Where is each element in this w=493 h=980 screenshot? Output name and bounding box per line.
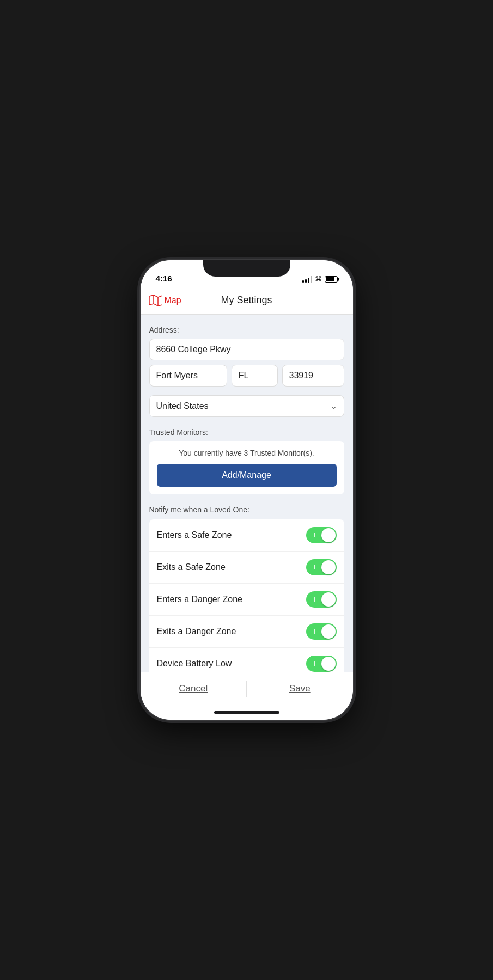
nav-header: Map My Settings: [141, 286, 353, 315]
signal-bars-icon: [302, 276, 312, 283]
chevron-down-icon: ⌄: [331, 402, 337, 411]
toggle-row-exits-safe-zone: Exits a Safe Zone: [149, 552, 344, 584]
toggle-row-enters-safe-zone: Enters a Safe Zone: [149, 519, 344, 552]
toggle-label-1: Exits a Safe Zone: [157, 562, 226, 572]
notify-label: Notify me when a Loved One:: [149, 505, 344, 514]
status-time: 4:16: [156, 274, 172, 283]
toggle-exits-danger-zone[interactable]: [306, 623, 337, 640]
toggle-enters-danger-zone[interactable]: [306, 591, 337, 608]
cancel-button[interactable]: Cancel: [141, 672, 247, 705]
bottom-bar: Cancel Save: [141, 672, 353, 705]
country-value: United States: [156, 401, 209, 411]
home-indicator: [141, 705, 353, 720]
toggle-rows-container: Enters a Safe Zone Exits a Safe Zone Ent…: [149, 519, 344, 672]
toggle-row-enters-danger-zone: Enters a Danger Zone: [149, 584, 344, 616]
address-label: Address:: [149, 326, 344, 334]
content-scroll: Address: United States ⌄ Trusted Monitor…: [141, 315, 353, 672]
home-bar: [214, 711, 279, 714]
trusted-monitors-card: You currently have 3 Trusted Monitor(s).…: [149, 441, 344, 494]
trusted-monitors-section: Trusted Monitors: You currently have 3 T…: [149, 426, 344, 503]
map-label: Map: [165, 296, 181, 305]
country-dropdown[interactable]: United States ⌄: [149, 395, 344, 417]
city-input[interactable]: [149, 365, 227, 387]
status-icons: ⌘: [302, 275, 338, 283]
toggle-row-device-battery-low: Device Battery Low: [149, 648, 344, 672]
map-link[interactable]: Map: [149, 295, 181, 306]
page-title: My Settings: [221, 295, 272, 306]
toggle-exits-safe-zone[interactable]: [306, 559, 337, 575]
toggle-label-4: Device Battery Low: [157, 659, 232, 669]
toggle-row-exits-danger-zone: Exits a Danger Zone: [149, 616, 344, 648]
toggle-enters-safe-zone[interactable]: [306, 527, 337, 543]
phone-frame: 4:16 ⌘: [141, 260, 353, 720]
notch: [203, 260, 290, 277]
svg-marker-0: [149, 295, 162, 306]
address-section: Address: United States ⌄: [149, 323, 344, 426]
zip-input[interactable]: [282, 365, 344, 387]
toggle-label-2: Enters a Danger Zone: [157, 595, 242, 604]
battery-icon: [325, 276, 338, 283]
phone-screen: 4:16 ⌘: [141, 260, 353, 720]
save-button[interactable]: Save: [247, 672, 353, 705]
toggle-device-battery-low[interactable]: [306, 656, 337, 672]
state-input[interactable]: [232, 365, 278, 387]
trusted-monitors-text: You currently have 3 Trusted Monitor(s).: [157, 449, 337, 457]
toggle-label-0: Enters a Safe Zone: [157, 530, 232, 540]
street-input[interactable]: [149, 339, 344, 360]
add-manage-button[interactable]: Add/Manage: [157, 464, 337, 487]
city-state-zip-row: [149, 365, 344, 387]
wifi-icon: ⌘: [315, 275, 322, 283]
notify-section: Notify me when a Loved One: Enters a Saf…: [149, 503, 344, 672]
toggle-label-3: Exits a Danger Zone: [157, 627, 236, 636]
trusted-monitors-label: Trusted Monitors:: [149, 428, 344, 437]
map-icon: [149, 295, 162, 306]
